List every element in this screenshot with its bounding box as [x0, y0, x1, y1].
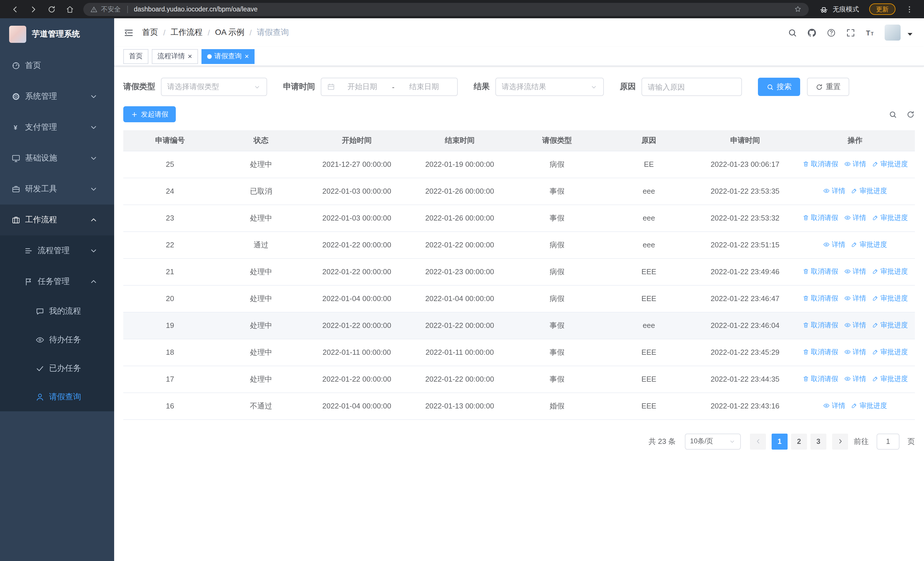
sidebar-item-workflow[interactable]: 工作流程 — [0, 205, 114, 235]
approval-progress-link[interactable]: 审批进度 — [872, 320, 908, 330]
browser-forward-icon[interactable] — [26, 2, 40, 17]
tab-leave-query[interactable]: 请假查询× — [201, 49, 255, 64]
cell-apply_time: 2022-01-22 23:51:15 — [695, 232, 795, 258]
detail-link[interactable]: 详情 — [844, 347, 866, 357]
detail-link[interactable]: 详情 — [844, 159, 866, 169]
detail-link[interactable]: 详情 — [844, 267, 866, 277]
collapse-sidebar-icon[interactable] — [123, 27, 134, 38]
breadcrumb-item[interactable]: OA 示例 — [215, 27, 244, 38]
active-tab-dot — [207, 54, 212, 59]
result-select[interactable]: 请选择流结果 — [495, 78, 604, 96]
tab-home[interactable]: 首页 — [123, 49, 148, 64]
sidebar-item-done-task[interactable]: 已办任务 — [0, 354, 114, 383]
column-header: 操作 — [795, 130, 915, 151]
detail-link[interactable]: 详情 — [844, 320, 866, 330]
detail-link[interactable]: 详情 — [844, 294, 866, 303]
edit-icon — [872, 376, 879, 382]
eye-icon — [823, 188, 830, 194]
action-label: 详情 — [832, 186, 846, 196]
detail-link[interactable]: 详情 — [823, 401, 846, 411]
refresh-table-icon[interactable] — [906, 110, 915, 119]
security-warning-icon[interactable] — [90, 5, 98, 13]
sidebar-item-label: 支付管理 — [25, 122, 57, 132]
cancel-leave-link[interactable]: 取消请假 — [802, 213, 838, 223]
close-tab-icon[interactable]: × — [244, 53, 249, 60]
cell-start_time: 2022-01-04 00:00:00 — [305, 285, 408, 312]
approval-progress-link[interactable]: 审批进度 — [872, 294, 908, 303]
browser-back-icon[interactable] — [8, 2, 22, 17]
sidebar-item-my-process[interactable]: 我的流程 — [0, 297, 114, 326]
cancel-leave-link[interactable]: 取消请假 — [802, 267, 838, 277]
bookmark-star-icon[interactable] — [794, 5, 802, 13]
svg-text:¥: ¥ — [14, 124, 17, 131]
user-avatar[interactable] — [885, 24, 901, 41]
approval-progress-link[interactable]: 审批进度 — [872, 347, 908, 357]
update-button[interactable]: 更新 — [869, 3, 896, 15]
cell-apply_time: 2022-01-22 23:44:35 — [695, 365, 795, 393]
cancel-leave-link[interactable]: 取消请假 — [802, 347, 838, 357]
reset-button[interactable]: 重置 — [807, 78, 849, 96]
chevron-down-icon — [89, 154, 98, 163]
pagination: 共 23 条 10条/页 123 前往 页 — [123, 433, 915, 449]
tab-process-detail[interactable]: 流程详情× — [152, 49, 198, 64]
close-tab-icon[interactable]: × — [188, 53, 192, 60]
avatar-caret-icon[interactable] — [905, 29, 915, 41]
approval-progress-link[interactable]: 审批进度 — [872, 374, 908, 384]
sidebar-item-todo-task[interactable]: 待办任务 — [0, 326, 114, 354]
toggle-search-icon[interactable] — [889, 110, 897, 119]
cancel-leave-link[interactable]: 取消请假 — [802, 159, 838, 169]
detail-link[interactable]: 详情 — [823, 240, 846, 250]
github-icon[interactable] — [807, 28, 817, 38]
approval-progress-link[interactable]: 审批进度 — [851, 240, 887, 250]
detail-link[interactable]: 详情 — [844, 374, 866, 384]
approval-progress-link[interactable]: 审批进度 — [872, 213, 908, 223]
leave-type-select[interactable]: 请选择请假类型 — [161, 78, 267, 96]
cell-reason: EE — [603, 151, 695, 177]
font-size-icon[interactable]: TT — [865, 28, 875, 38]
approval-progress-link[interactable]: 审批进度 — [851, 401, 887, 411]
chevron-up-icon — [89, 215, 98, 224]
eye-icon — [823, 241, 830, 248]
browser-home-icon[interactable] — [62, 2, 77, 17]
sidebar-item-devtools[interactable]: 研发工具 — [0, 174, 114, 205]
action-label: 取消请假 — [811, 294, 838, 303]
sidebar-item-home[interactable]: 首页 — [0, 50, 114, 81]
sidebar-item-task-mgmt[interactable]: 任务管理 — [0, 266, 114, 297]
detail-link[interactable]: 详情 — [844, 213, 866, 223]
cancel-leave-link[interactable]: 取消请假 — [802, 294, 838, 303]
url-bar[interactable]: 不安全 dashboard.yudao.iocoder.cn/bpm/oa/le… — [83, 3, 809, 16]
cell-reason: eee — [603, 205, 695, 232]
sidebar-item-infrastructure[interactable]: 基础设施 — [0, 143, 114, 174]
breadcrumb-item[interactable]: 工作流程 — [171, 27, 202, 38]
page-button-1[interactable]: 1 — [772, 433, 788, 449]
page-content: 请假类型 请选择请假类型 申请时间 开始日期 - 结束日期 结果 请选择流结果 — [114, 66, 924, 561]
cancel-leave-link[interactable]: 取消请假 — [802, 374, 838, 384]
help-icon[interactable] — [826, 28, 836, 38]
fullscreen-icon[interactable] — [846, 28, 855, 38]
page-button-2[interactable]: 2 — [791, 433, 807, 449]
approval-progress-link[interactable]: 审批进度 — [872, 267, 908, 277]
approval-progress-link[interactable]: 审批进度 — [851, 186, 887, 196]
approval-progress-link[interactable]: 审批进度 — [872, 159, 908, 169]
header-search-icon[interactable] — [788, 28, 797, 38]
browser-reload-icon[interactable] — [44, 2, 59, 17]
search-button[interactable]: 搜索 — [758, 78, 800, 96]
page-button-3[interactable]: 3 — [810, 433, 826, 449]
apply-time-range-picker[interactable]: 开始日期 - 结束日期 — [321, 78, 458, 96]
reason-input[interactable] — [642, 78, 742, 96]
sidebar-item-leave-query[interactable]: 请假查询 — [0, 383, 114, 411]
detail-link[interactable]: 详情 — [823, 186, 846, 196]
browser-menu-dots-icon[interactable] — [902, 2, 916, 17]
leave-type-placeholder: 请选择请假类型 — [167, 82, 219, 92]
create-leave-button[interactable]: 发起请假 — [123, 106, 176, 122]
prev-page-button[interactable] — [750, 433, 766, 449]
goto-page-input[interactable] — [877, 433, 900, 449]
check-icon — [35, 364, 45, 373]
next-page-button[interactable] — [832, 433, 848, 449]
sidebar-item-payment[interactable]: ¥支付管理 — [0, 112, 114, 143]
breadcrumb-item[interactable]: 首页 — [142, 27, 158, 38]
sidebar-item-process-mgmt[interactable]: 流程管理 — [0, 235, 114, 266]
cancel-leave-link[interactable]: 取消请假 — [802, 320, 838, 330]
sidebar-item-system[interactable]: 系统管理 — [0, 81, 114, 112]
page-size-select[interactable]: 10条/页 — [685, 433, 741, 449]
